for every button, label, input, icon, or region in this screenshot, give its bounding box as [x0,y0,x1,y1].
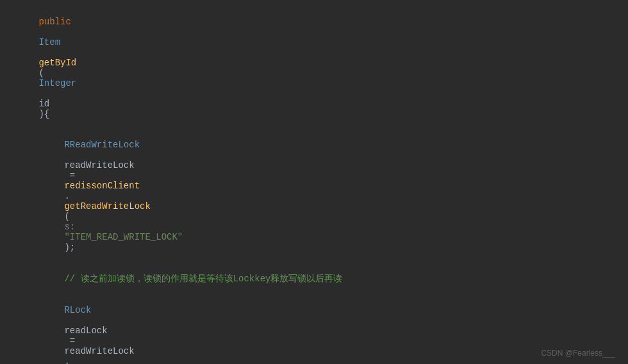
space [64,315,69,326]
paren: ( [64,211,75,222]
code-line-3: // 读之前加读锁，读锁的作用就是等待该Lockkey释放写锁以后再读 [0,263,628,295]
paren: ( [38,68,44,78]
paren-close: ){ [38,109,49,119]
equals: = [64,170,80,181]
code-line-2: RReadWriteLock readWriteLock = redissonC… [0,129,628,263]
space [38,47,44,58]
code-line-1: public Item getById ( Integer id ){ [0,6,628,129]
method-getreadwritelock: getReadWriteLock [64,201,150,211]
code-editor: public Item getById ( Integer id ){ RRea… [0,0,628,364]
paren-close: ); [64,242,75,252]
watermark: CSDN @Fearless___ [541,349,615,358]
type-rreadwritelock: RReadWriteLock [64,140,140,150]
code-line-4: RLock readLock = readWriteLock . readLoc… [0,295,628,364]
type-integer: Integer [38,78,76,88]
method-getbyid: getById [38,58,76,68]
type-item: Item [38,37,60,47]
param-hint-s: s: [64,222,80,232]
space [38,88,44,99]
call-redissonclient: redissonClient [64,181,140,191]
var-readwritelock: readWriteLock [64,160,134,170]
comment-read-lock: // 读之前加读锁，读锁的作用就是等待该Lockkey释放写锁以后再读 [64,274,342,284]
space [38,27,44,37]
dot: . [64,191,69,201]
keyword-public: public [38,17,70,27]
dot: . [64,356,69,364]
var-readlock: readLock [64,326,107,336]
string-lock-key: "ITEM_READ_WRITE_LOCK" [64,232,183,242]
param-id: id [38,99,49,109]
type-rlock: RLock [64,305,91,315]
space [64,150,69,160]
equals: = [64,336,80,346]
call-readwritelock: readWriteLock [64,346,134,356]
